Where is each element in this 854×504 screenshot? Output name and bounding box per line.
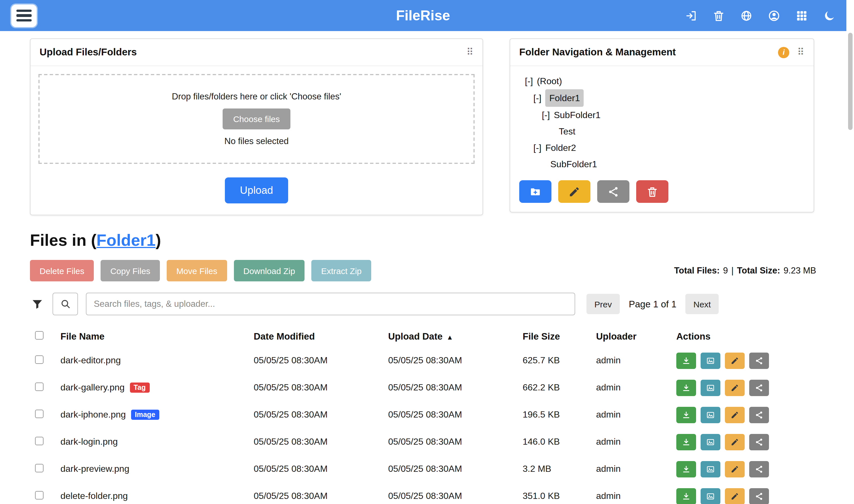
tree-label[interactable]: Test <box>559 123 576 140</box>
row-checkbox[interactable] <box>35 382 43 391</box>
delete-folder-button[interactable] <box>636 180 668 203</box>
scrollbar-thumb[interactable] <box>848 33 852 130</box>
grid-view-icon[interactable] <box>795 9 808 22</box>
preview-button[interactable] <box>701 352 720 369</box>
move-files-button[interactable]: Move Files <box>167 260 227 282</box>
app-title: FileRise <box>396 7 450 24</box>
filter-icon[interactable] <box>30 296 44 311</box>
share-folder-button[interactable] <box>597 180 630 203</box>
folder-tree-item[interactable]: Test <box>519 123 804 140</box>
pagination: Prev Page 1 of 1 Next <box>586 294 719 314</box>
share-button[interactable] <box>749 352 769 369</box>
share-button[interactable] <box>749 379 769 396</box>
folder-tree: [-] (Root) [-] Folder1 [-] SubFolder1 Te… <box>519 73 804 172</box>
row-checkbox[interactable] <box>35 409 43 418</box>
search-input[interactable] <box>86 293 575 315</box>
globe-icon[interactable] <box>739 9 753 22</box>
download-button[interactable] <box>676 434 696 450</box>
rename-button[interactable] <box>725 488 745 504</box>
preview-image-icon <box>706 465 715 473</box>
upload-date: 05/05/25 08:30AM <box>388 491 523 501</box>
search-button[interactable] <box>53 293 78 315</box>
col-uploader[interactable]: Uploader <box>596 331 676 342</box>
tree-toggle[interactable]: [-] <box>533 90 541 106</box>
file-size: 146.0 KB <box>523 437 596 447</box>
drag-handle-icon[interactable]: ⠿ <box>797 48 804 57</box>
tree-toggle[interactable]: [-] <box>542 107 550 123</box>
copy-files-button[interactable]: Copy Files <box>101 260 160 282</box>
uploader: admin <box>596 491 676 501</box>
page-scrollbar[interactable] <box>846 0 854 504</box>
extract-zip-button[interactable]: Extract Zip <box>312 260 371 282</box>
col-file-name[interactable]: File Name <box>57 331 254 342</box>
download-zip-button[interactable]: Download Zip <box>234 260 305 282</box>
preview-button[interactable] <box>701 461 720 477</box>
file-dropzone[interactable]: Drop files/folders here or click 'Choose… <box>38 74 475 164</box>
row-checkbox[interactable] <box>35 491 43 499</box>
select-all-checkbox[interactable] <box>35 331 43 339</box>
upload-card-title: Upload Files/Folders <box>39 46 137 58</box>
info-icon[interactable]: i <box>778 47 789 58</box>
folder-tree-item[interactable]: [-] Folder2 <box>519 140 804 156</box>
download-button[interactable] <box>676 461 696 477</box>
tree-label[interactable]: (Root) <box>537 73 562 89</box>
rename-button[interactable] <box>725 434 745 450</box>
preview-button[interactable] <box>701 488 720 504</box>
next-page-button[interactable]: Next <box>686 294 719 314</box>
col-upload-date[interactable]: Upload Date▲ <box>388 331 523 342</box>
share-icon <box>755 383 763 392</box>
col-date-modified[interactable]: Date Modified <box>254 331 388 342</box>
choose-files-button[interactable]: Choose files <box>222 108 290 129</box>
rename-button[interactable] <box>725 407 745 423</box>
share-button[interactable] <box>749 407 769 423</box>
folder-tree-item[interactable]: [-] Folder1 <box>519 89 804 107</box>
rename-button[interactable] <box>725 461 745 477</box>
user-profile-icon[interactable] <box>767 9 781 22</box>
rename-folder-button[interactable] <box>558 180 590 203</box>
folder-navigation-card: Folder Navigation & Management i ⠿ [-] (… <box>510 38 814 213</box>
row-checkbox[interactable] <box>35 436 43 445</box>
tree-label[interactable]: Folder1 <box>545 89 584 107</box>
preview-button[interactable] <box>701 434 720 450</box>
tree-label[interactable]: SubFolder1 <box>550 156 597 172</box>
tree-label[interactable]: SubFolder1 <box>554 107 600 123</box>
tree-toggle[interactable]: [-] <box>525 73 533 89</box>
download-button[interactable] <box>676 407 696 423</box>
row-checkbox[interactable] <box>35 355 43 364</box>
file-name: delete-folder.png <box>60 491 128 501</box>
download-button[interactable] <box>676 379 696 396</box>
upload-date: 05/05/25 08:30AM <box>388 437 523 447</box>
menu-button[interactable] <box>11 4 37 27</box>
folder-tree-item[interactable]: [-] (Root) <box>519 73 804 89</box>
table-row: dark-gallery.png Tag 05/05/25 08:30AM 05… <box>30 374 816 401</box>
table-row: dark-iphone.png Image 05/05/25 08:30AM 0… <box>30 401 816 428</box>
download-button[interactable] <box>676 488 696 504</box>
folder-card-header: Folder Navigation & Management i ⠿ <box>510 39 813 66</box>
date-modified: 05/05/25 08:30AM <box>254 355 388 365</box>
logout-icon[interactable] <box>684 9 697 22</box>
share-button[interactable] <box>749 461 769 477</box>
upload-button[interactable]: Upload <box>224 177 288 203</box>
tree-label[interactable]: Folder2 <box>545 140 576 156</box>
share-icon <box>755 438 763 446</box>
folder-tree-item[interactable]: SubFolder1 <box>519 156 804 172</box>
col-file-size[interactable]: File Size <box>523 331 596 342</box>
current-folder-link[interactable]: Folder1 <box>96 231 156 249</box>
drag-handle-icon[interactable]: ⠿ <box>467 48 473 57</box>
preview-button[interactable] <box>701 407 720 423</box>
row-checkbox[interactable] <box>35 464 43 472</box>
dark-mode-icon[interactable] <box>822 9 836 22</box>
share-button[interactable] <box>749 488 769 504</box>
delete-files-button[interactable]: Delete Files <box>30 260 94 282</box>
prev-page-button[interactable]: Prev <box>586 294 620 314</box>
rename-button[interactable] <box>725 352 745 369</box>
rename-button[interactable] <box>725 379 745 396</box>
folder-tree-item[interactable]: [-] SubFolder1 <box>519 107 804 123</box>
no-files-text: No files selected <box>224 136 288 146</box>
trash-icon[interactable] <box>712 9 725 22</box>
share-button[interactable] <box>749 434 769 450</box>
create-folder-button[interactable] <box>519 180 551 203</box>
preview-button[interactable] <box>701 379 720 396</box>
download-button[interactable] <box>676 352 696 369</box>
tree-toggle[interactable]: [-] <box>533 140 541 156</box>
